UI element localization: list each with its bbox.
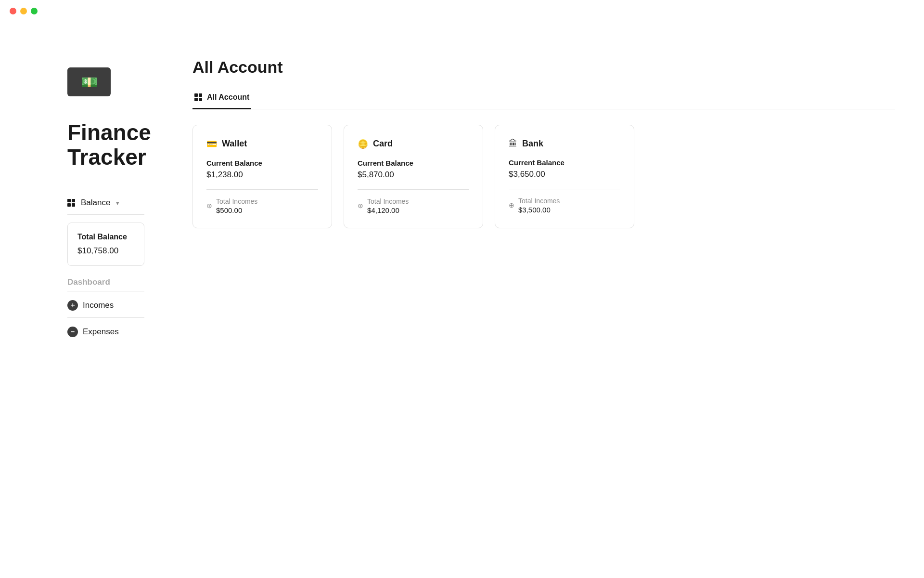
nav-incomes-label: Incomes (83, 301, 114, 310)
card-divider (358, 189, 469, 190)
svg-rect-4 (194, 93, 198, 97)
nav-incomes[interactable]: ＋ Incomes (67, 295, 144, 315)
wallet-incomes-stat: ⊕ Total Incomes $500.00 (206, 197, 318, 214)
card-incomes-value: $4,120.00 (367, 206, 409, 214)
card-incomes-label: Total Incomes (367, 197, 409, 205)
account-card-card: 🪙 Card Current Balance $5,870.00 ⊕ Total… (344, 125, 483, 228)
credit-card-icon: 🪙 (358, 139, 368, 149)
svg-rect-0 (67, 199, 71, 202)
account-card-wallet: 💳 Wallet Current Balance $1,238.00 ⊕ Tot… (192, 125, 332, 228)
bank-name: Bank (522, 139, 543, 149)
nav-balance[interactable]: Balance ▾ (67, 193, 144, 212)
titlebar (0, 0, 924, 22)
grid-icon (67, 198, 76, 208)
svg-rect-7 (199, 98, 202, 101)
tab-bar: All Account (192, 88, 895, 109)
svg-rect-2 (67, 203, 71, 207)
dashboard-label: Dashboard (67, 277, 144, 287)
bank-balance-label: Current Balance (509, 158, 620, 167)
svg-rect-5 (199, 93, 202, 97)
bank-incomes-label: Total Incomes (518, 197, 560, 205)
bank-icon: 🏛 (509, 139, 517, 149)
wallet-icon: 💳 (206, 139, 217, 149)
nav-expenses-label: Expenses (83, 327, 119, 337)
wallet-divider (206, 189, 318, 190)
main-content: All Account All Account � (164, 29, 924, 578)
card-header-wallet: 💳 Wallet (206, 139, 318, 149)
wallet-incomes-value: $500.00 (216, 206, 257, 214)
svg-rect-3 (72, 203, 75, 207)
minus-icon: － (67, 327, 78, 337)
card-header-card: 🪙 Card (358, 139, 469, 149)
nav-expenses[interactable]: － Expenses (67, 322, 144, 342)
app-icon: 💵 (67, 67, 111, 96)
nav-divider-2 (67, 291, 144, 291)
money-icon: 💵 (81, 74, 98, 90)
card-name: Card (373, 139, 393, 149)
maximize-button[interactable] (31, 8, 38, 14)
accounts-grid: 💳 Wallet Current Balance $1,238.00 ⊕ Tot… (192, 125, 895, 228)
card-incomes-icon: ⊕ (358, 202, 363, 210)
tab-all-account[interactable]: All Account (192, 88, 251, 109)
wallet-incomes-label: Total Incomes (216, 197, 257, 205)
balance-card: Total Balance $10,758.00 (67, 223, 144, 266)
sidebar: 💵 Finance Tracker Balance ▾ Total Balanc… (0, 29, 164, 578)
bank-incomes-stat: ⊕ Total Incomes $3,500.00 (509, 197, 620, 214)
account-card-bank: 🏛 Bank Current Balance $3,650.00 ⊕ Total… (495, 125, 634, 228)
wallet-incomes-icon: ⊕ (206, 202, 212, 210)
app-container: 💵 Finance Tracker Balance ▾ Total Balanc… (0, 0, 924, 578)
tab-grid-icon (194, 93, 203, 102)
svg-rect-6 (194, 98, 198, 101)
card-balance-label: Current Balance (358, 159, 469, 167)
minimize-button[interactable] (20, 8, 27, 14)
bank-incomes-icon: ⊕ (509, 201, 514, 209)
app-title: Finance Tracker (67, 120, 144, 169)
nav-balance-label: Balance (81, 198, 110, 208)
balance-card-value: $10,758.00 (77, 246, 134, 256)
svg-rect-1 (72, 199, 75, 202)
plus-icon: ＋ (67, 300, 78, 311)
bank-balance-value: $3,650.00 (509, 170, 620, 179)
bank-divider (509, 189, 620, 189)
page-title: All Account (192, 58, 895, 77)
close-button[interactable] (10, 8, 16, 14)
chevron-down-icon: ▾ (116, 199, 119, 207)
tab-all-account-label: All Account (207, 93, 249, 102)
card-header-bank: 🏛 Bank (509, 139, 620, 149)
nav-divider-1 (67, 214, 144, 215)
card-incomes-stat: ⊕ Total Incomes $4,120.00 (358, 197, 469, 214)
bank-incomes-value: $3,500.00 (518, 206, 560, 214)
balance-card-label: Total Balance (77, 233, 134, 241)
card-balance-value: $5,870.00 (358, 170, 469, 180)
wallet-name: Wallet (222, 139, 247, 149)
wallet-balance-label: Current Balance (206, 159, 318, 167)
nav-divider-3 (67, 317, 144, 318)
wallet-balance-value: $1,238.00 (206, 170, 318, 180)
